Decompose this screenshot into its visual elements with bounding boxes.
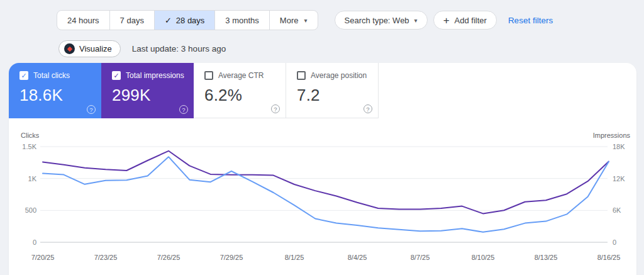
metric-value: 6.2% xyxy=(204,86,286,105)
looker-studio-icon xyxy=(64,43,75,54)
impressions-line xyxy=(43,151,609,214)
metric-label: Total clicks xyxy=(33,71,70,80)
x-axis-tick: 7/26/25 xyxy=(157,254,180,261)
clicks-line xyxy=(43,157,609,232)
add-filter-label: Add filter xyxy=(455,16,487,25)
checkbox-checked-icon[interactable]: ✓ xyxy=(112,71,121,80)
x-axis-tick: 7/23/25 xyxy=(94,254,118,261)
help-icon[interactable]: ? xyxy=(179,105,188,114)
clicks-impressions-line-chart: ClicksImpressions005006K1K12K1.5K18K7/20… xyxy=(9,129,636,275)
x-axis-tick: 8/13/25 xyxy=(535,254,558,261)
x-axis-tick: 8/1/25 xyxy=(285,254,304,261)
chevron-down-icon: ▾ xyxy=(414,17,418,24)
search-type-label: Search type: Web xyxy=(345,16,409,25)
check-icon: ✓ xyxy=(165,16,172,25)
plus-icon: + xyxy=(443,15,450,26)
secondary-toolbar: Visualize Last update: 3 hours ago xyxy=(58,40,226,57)
help-icon[interactable]: ? xyxy=(364,104,372,113)
left-axis-tick: 1K xyxy=(28,175,37,182)
search-console-performance-page: 24 hours7 days✓28 days3 monthsMore▾ Sear… xyxy=(0,0,644,275)
add-filter-button[interactable]: + Add filter xyxy=(433,11,497,30)
right-axis-tick: 18K xyxy=(613,143,625,150)
x-axis-tick: 8/10/25 xyxy=(472,254,495,261)
right-axis-title: Impressions xyxy=(593,132,631,139)
search-type-dropdown[interactable]: Search type: Web ▾ xyxy=(335,11,428,30)
metric-value: 7.2 xyxy=(297,86,378,105)
metric-cards-row: ✓Total clicks18.6K?✓Total impressions299… xyxy=(9,63,379,118)
chevron-down-icon: ▾ xyxy=(304,17,307,24)
left-axis-tick: 1.5K xyxy=(22,143,36,150)
date-range-3-months[interactable]: 3 months xyxy=(215,11,269,30)
filters-row: 24 hours7 days✓28 days3 monthsMore▾ Sear… xyxy=(57,10,553,30)
left-axis-tick: 0 xyxy=(33,239,36,246)
date-range-more[interactable]: More▾ xyxy=(270,11,318,30)
metric-card-average-ctr[interactable]: Average CTR6.2%? xyxy=(194,63,286,118)
visualize-button[interactable]: Visualize xyxy=(58,40,121,57)
checkbox-unchecked-icon[interactable] xyxy=(297,71,306,80)
date-range-label: 28 days xyxy=(176,16,205,25)
right-axis-tick: 0 xyxy=(613,239,616,246)
help-icon[interactable]: ? xyxy=(271,104,280,113)
date-range-label: 24 hours xyxy=(67,16,99,25)
metric-card-total-clicks[interactable]: ✓Total clicks18.6K? xyxy=(9,63,101,118)
performance-panel: ✓Total clicks18.6K?✓Total impressions299… xyxy=(9,63,636,275)
date-range-24-hours[interactable]: 24 hours xyxy=(57,11,110,30)
date-range-label: 7 days xyxy=(120,16,144,25)
help-icon[interactable]: ? xyxy=(87,105,96,114)
date-range-label: More xyxy=(280,16,299,25)
metric-value: 18.6K xyxy=(19,86,101,105)
x-axis-tick: 8/7/25 xyxy=(411,254,430,261)
visualize-label: Visualize xyxy=(79,44,112,53)
date-range-selector: 24 hours7 days✓28 days3 monthsMore▾ xyxy=(57,10,318,30)
metric-card-total-impressions[interactable]: ✓Total impressions299K? xyxy=(101,63,194,118)
date-range-7-days[interactable]: 7 days xyxy=(110,11,155,30)
right-axis-tick: 6K xyxy=(613,206,621,214)
left-axis-tick: 500 xyxy=(25,206,36,214)
x-axis-tick: 7/29/25 xyxy=(220,254,243,261)
date-range-label: 3 months xyxy=(225,16,258,25)
last-update-text: Last update: 3 hours ago xyxy=(132,44,226,53)
metric-card-average-position[interactable]: Average position7.2? xyxy=(286,63,379,118)
metric-label: Average CTR xyxy=(218,71,264,80)
x-axis-tick: 8/16/25 xyxy=(597,254,621,261)
performance-chart: ClicksImpressions005006K1K12K1.5K18K7/20… xyxy=(9,129,636,275)
checkbox-unchecked-icon[interactable] xyxy=(204,71,213,80)
checkbox-checked-icon[interactable]: ✓ xyxy=(19,71,28,80)
metric-value: 299K xyxy=(112,86,194,105)
date-range-28-days[interactable]: ✓28 days xyxy=(155,11,215,30)
right-axis-tick: 12K xyxy=(613,175,625,182)
metric-label: Total impressions xyxy=(126,71,184,80)
reset-filters-link[interactable]: Reset filters xyxy=(508,16,553,25)
x-axis-tick: 8/4/25 xyxy=(348,254,367,261)
left-axis-title: Clicks xyxy=(21,132,40,139)
metric-label: Average position xyxy=(311,71,367,80)
x-axis-tick: 7/20/25 xyxy=(31,254,55,261)
